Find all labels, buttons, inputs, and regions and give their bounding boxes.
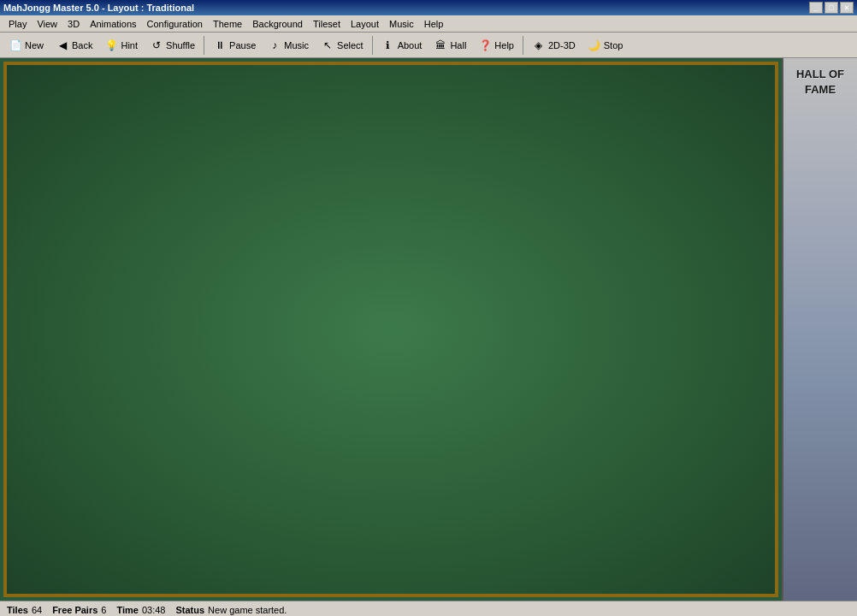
close-button[interactable]: × [840,2,854,14]
stop-icon: 🌙 [588,38,601,52]
hall-label: Hall [450,40,466,50]
time-value: 03:48 [142,605,166,615]
sidebar: HALL OF FAME [782,58,857,601]
hint-icon: 💡 [104,38,118,52]
tiles-label: Tiles [7,605,28,615]
hint-button[interactable]: 💡 Hint [99,35,143,56]
back-label: Back [72,40,92,50]
menu-help[interactable]: Help [419,18,449,30]
select-label: Select [337,40,363,50]
game-container: HALL OF FAME [0,58,857,601]
menu-theme[interactable]: Theme [208,18,247,30]
minimize-button[interactable]: _ [809,2,823,14]
hint-label: Hint [121,40,138,50]
menu-music[interactable]: Music [384,18,419,30]
menu-animations[interactable]: Animations [85,18,141,30]
music-button[interactable]: ♪ Music [263,35,314,56]
help-icon: ❓ [478,38,492,52]
menu-3d[interactable]: 3D [62,18,85,30]
new-button[interactable]: 📄 New [3,35,49,56]
about-button[interactable]: ℹ About [376,35,428,56]
menu-tileset[interactable]: Tileset [308,18,346,30]
status-label: Status [175,605,204,615]
2d3d-icon: ◈ [532,38,546,52]
game-board[interactable] [3,62,778,597]
stop-label: Stop [604,40,624,50]
select-icon: ↖ [321,38,334,52]
menu-background[interactable]: Background [247,18,308,30]
menu-play[interactable]: Play [3,18,32,30]
music-icon: ♪ [268,38,281,52]
statusbar: Tiles 64 Free Pairs 6 Time 03:48 Status … [0,601,857,616]
status-value: New game started. [208,605,287,615]
about-icon: ℹ [381,38,395,52]
about-label: About [398,40,423,50]
help-button[interactable]: ❓ Help [473,35,519,56]
menu-view[interactable]: View [32,18,62,30]
pairs-value: 6 [101,605,106,615]
titlebar: MahJongg Master 5.0 - Layout : Tradition… [0,0,857,15]
back-icon: ◀ [56,38,69,52]
shuffle-label: Shuffle [166,40,195,50]
shuffle-icon: ↺ [150,38,163,52]
titlebar-controls: _ □ × [809,2,854,14]
menu-layout[interactable]: Layout [346,18,384,30]
menubar: Play View 3D Animations Configuration Th… [0,15,857,33]
tiles-status: Tiles 64 [7,605,42,615]
title-text: MahJongg Master 5.0 - Layout : Tradition… [3,3,194,13]
hall-button[interactable]: 🏛 Hall [428,35,471,56]
pairs-label: Free Pairs [52,605,98,615]
game-status: Status New game started. [175,605,287,615]
hall-icon: 🏛 [434,38,447,52]
new-icon: 📄 [9,38,22,52]
music-label: Music [284,40,309,50]
select-button[interactable]: ↖ Select [316,35,369,56]
time-status: Time 03:48 [116,605,165,615]
back-button[interactable]: ◀ Back [50,35,98,56]
pairs-status: Free Pairs 6 [52,605,106,615]
toolbar: 📄 New ◀ Back 💡 Hint ↺ Shuffle ⏸ Pause ♪ … [0,33,857,58]
help-label: Help [494,40,514,50]
maximize-button[interactable]: □ [824,2,838,14]
stop-button[interactable]: 🌙 Stop [582,35,629,56]
shuffle-button[interactable]: ↺ Shuffle [145,35,200,56]
2d3d-button[interactable]: ◈ 2D-3D [527,35,581,56]
pause-button[interactable]: ⏸ Pause [208,35,261,56]
new-label: New [25,40,44,50]
tiles-value: 64 [32,605,42,615]
2d3d-label: 2D-3D [548,40,576,50]
hall-of-fame-label: HALL OF FAME [796,67,844,98]
pause-icon: ⏸ [213,38,227,52]
pause-label: Pause [229,40,256,50]
time-label: Time [116,605,138,615]
menu-configuration[interactable]: Configuration [142,18,208,30]
